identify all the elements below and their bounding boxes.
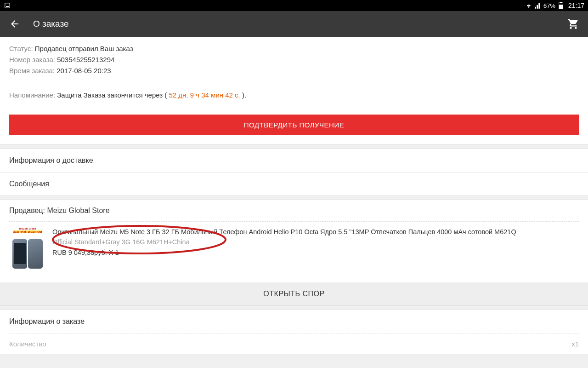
reminder-suffix: ).: [242, 91, 246, 99]
app-notification-icon: [4, 2, 11, 9]
seller-name: Meizu Global Store: [47, 207, 109, 214]
confirm-receipt-button[interactable]: ПОДТВЕРДИТЬ ПОЛУЧЕНИЕ: [9, 115, 579, 135]
reminder-prefix: Защита Заказа закончится через (: [57, 91, 167, 99]
app-bar: О заказе: [0, 11, 588, 37]
order-time-label: Время заказа:: [9, 67, 55, 75]
price-value: 9 049,38руб.: [68, 249, 107, 256]
product-variant: Official Standard+Gray 3G 16G M621H+Chin…: [52, 237, 579, 247]
svg-rect-1: [6, 6, 9, 7]
order-number-label: Номер заказа:: [9, 56, 55, 63]
price-currency: RUB: [52, 249, 67, 256]
svg-rect-3: [560, 2, 562, 3]
price-qty: X 1: [109, 249, 119, 256]
wifi-icon: [525, 2, 532, 9]
page-title: О заказе: [33, 19, 566, 29]
cart-button[interactable]: [566, 17, 581, 31]
open-dispute-button[interactable]: ОТКРЫТЬ СПОР: [0, 282, 588, 305]
protection-countdown: 52 дн. 9 ч 34 мин 42 с.: [169, 91, 240, 99]
quantity-label: Количество: [9, 340, 46, 348]
svg-rect-0: [5, 3, 10, 8]
seller-label: Продавец:: [9, 207, 45, 214]
reminder-label: Напоминание:: [9, 91, 55, 99]
status-label: Статус:: [9, 45, 33, 52]
delivery-info-link[interactable]: Информация о доставке: [0, 149, 588, 172]
clock-time: 21:17: [568, 2, 584, 9]
back-button[interactable]: [7, 17, 22, 31]
quantity-row: Количество x1: [0, 334, 588, 354]
product-thumbnail: M621H Black 3GB RAM+16GB ROM: [9, 227, 46, 273]
svg-rect-4: [559, 5, 563, 9]
product-title: Оригинальный Meizu M5 Note 3 ГБ 32 ГБ Мо…: [52, 227, 579, 237]
product-row[interactable]: M621H Black 3GB RAM+16GB ROM Оригинальны…: [0, 222, 588, 282]
reminder-section: Напоминание: Защита Заказа закончится че…: [0, 83, 588, 107]
messages-link[interactable]: Сообщения: [0, 172, 588, 196]
order-number-value: 503545255213294: [57, 56, 114, 63]
order-info-section-header[interactable]: Информация о заказе: [0, 310, 588, 333]
quantity-value: x1: [571, 340, 579, 348]
signal-icon: [534, 2, 542, 9]
status-value: Продавец отправил Ваш заказ: [35, 45, 133, 52]
battery-percent: 67%: [543, 2, 555, 9]
seller-row[interactable]: Продавец: Meizu Global Store: [0, 200, 588, 221]
order-status-section: Статус: Продавец отправил Ваш заказ Номе…: [0, 37, 588, 83]
order-time-value: 2017-08-05 20:23: [57, 67, 111, 75]
battery-icon: [557, 2, 565, 9]
android-status-bar: 67% 21:17: [0, 0, 588, 11]
